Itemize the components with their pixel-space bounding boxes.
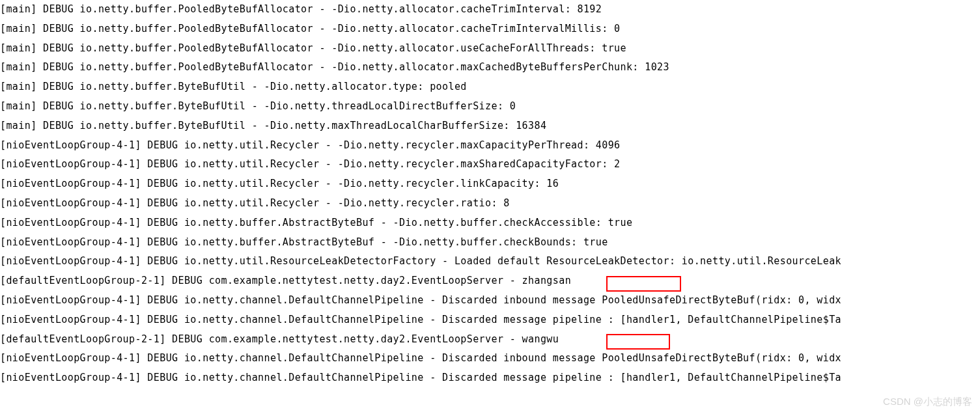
log-line: [main] DEBUG io.netty.buffer.ByteBufUtil…	[0, 117, 980, 136]
log-line: [nioEventLoopGroup-4-1] DEBUG io.netty.c…	[0, 310, 980, 330]
log-line: [main] DEBUG io.netty.buffer.PooledByteB…	[0, 0, 980, 20]
log-line: [nioEventLoopGroup-4-1] DEBUG io.netty.u…	[0, 174, 980, 194]
log-line: [nioEventLoopGroup-4-1] DEBUG io.netty.b…	[0, 233, 980, 253]
log-line: [nioEventLoopGroup-4-1] DEBUG io.netty.u…	[0, 252, 980, 271]
log-line: [main] DEBUG io.netty.buffer.PooledByteB…	[0, 39, 980, 59]
log-line: [nioEventLoopGroup-4-1] DEBUG io.netty.c…	[0, 291, 980, 310]
log-line: [nioEventLoopGroup-4-1] DEBUG io.netty.b…	[0, 214, 980, 233]
log-line: [main] DEBUG io.netty.buffer.PooledByteB…	[0, 58, 980, 77]
log-line: [nioEventLoopGroup-4-1] DEBUG io.netty.u…	[0, 155, 980, 174]
log-line: [main] DEBUG io.netty.buffer.ByteBufUtil…	[0, 77, 980, 97]
log-line: [defaultEventLoopGroup-2-1] DEBUG com.ex…	[0, 271, 980, 291]
log-output-container: [main] DEBUG io.netty.buffer.PooledByteB…	[0, 0, 980, 388]
log-line: [nioEventLoopGroup-4-1] DEBUG io.netty.u…	[0, 194, 980, 214]
log-line: [main] DEBUG io.netty.buffer.ByteBufUtil…	[0, 97, 980, 117]
log-line: [nioEventLoopGroup-4-1] DEBUG io.netty.c…	[0, 349, 980, 368]
log-line: [main] DEBUG io.netty.buffer.PooledByteB…	[0, 20, 980, 39]
csdn-watermark: CSDN @小志的博客	[883, 392, 972, 411]
log-line: [nioEventLoopGroup-4-1] DEBUG io.netty.c…	[0, 368, 980, 388]
log-line: [nioEventLoopGroup-4-1] DEBUG io.netty.u…	[0, 136, 980, 156]
log-line: [defaultEventLoopGroup-2-1] DEBUG com.ex…	[0, 330, 980, 350]
